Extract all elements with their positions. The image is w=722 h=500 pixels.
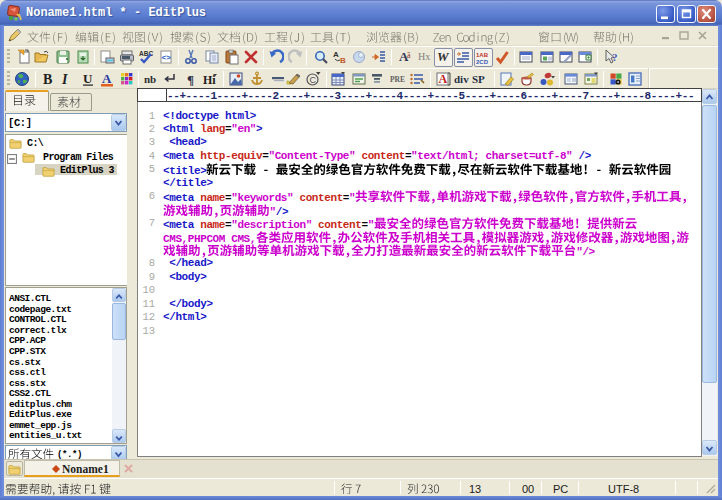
svg-text:ABC: ABC [139,50,153,57]
svg-text:PRE: PRE [390,75,405,84]
svg-text:div: div [454,73,469,85]
svg-text:?: ? [612,51,618,63]
svg-text:B: B [340,56,346,65]
svg-text:<>: <> [161,53,171,62]
svg-text:B: B [43,72,52,87]
svg-text:1AB: 1AB [476,52,489,58]
svg-text:SP: SP [472,73,485,85]
svg-text:nb: nb [144,73,156,85]
svg-text:¶: ¶ [187,72,194,87]
svg-text:A: A [102,71,112,86]
svg-text:2CD: 2CD [476,59,489,65]
svg-text:Hx: Hx [418,51,430,62]
svg-text:ǎ: ǎ [407,51,411,60]
svg-text:I: I [61,72,68,87]
svg-text:A: A [438,72,447,86]
svg-text:U: U [83,71,93,86]
svg-text:A: A [333,50,339,59]
svg-text:C: C [310,75,317,85]
